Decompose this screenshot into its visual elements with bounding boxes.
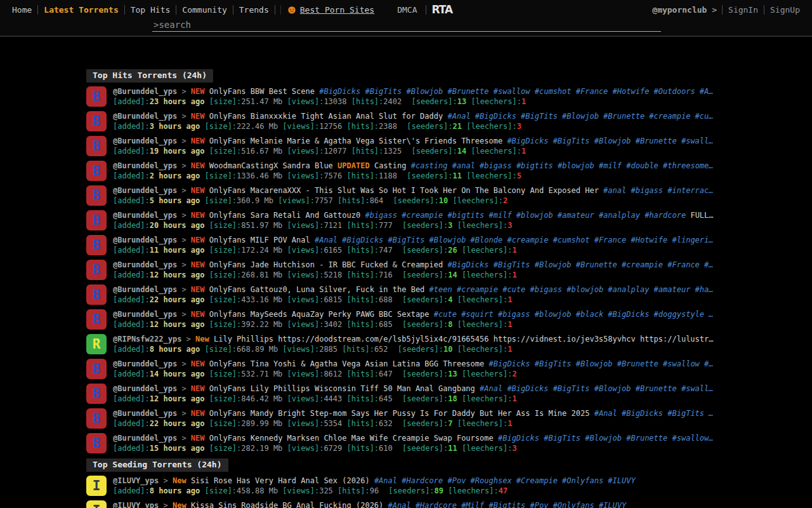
new-badge: NEW [191,260,205,269]
uploader-link[interactable]: @ILUVY_yps [113,501,159,508]
account-menu[interactable]: @mypornclub > [647,5,722,15]
torrent-title-link[interactable]: OnlyFans Jade Hutchison - IR BBC Fucked … [209,260,443,269]
hashtag-links[interactable]: #Anal #Hardcore #Pov #Roughsex #Creampie… [374,476,636,485]
torrent-title-link[interactable]: Onlyfans Sara Retali And Gattouz0 [209,211,360,220]
torrent-title-link[interactable]: OnlyFans Bianxxxkie Tight Asian Anal Slu… [209,112,443,121]
uploader-link[interactable]: @Burunddel_yps [113,310,177,319]
uploader-link[interactable]: @Burunddel_yps [113,409,177,418]
uploader-link[interactable]: @Burunddel_yps [113,384,177,393]
new-badge: NEW [191,112,205,121]
leechers-value: 1 [508,345,512,354]
leechers-label: [leechers]: [471,97,521,106]
torrent-title-link[interactable]: Casting [374,161,407,170]
hashtag-links[interactable]: #casting #anal #bigass #bigtits #blowjob… [411,161,714,170]
nav-item-community[interactable]: Community [176,5,232,15]
uploader-avatar[interactable]: B [86,185,107,206]
torrent-text: @Burunddel_yps > NEW OnlyFans Jade Hutch… [113,260,725,280]
hits-label: [hits]: [337,196,370,205]
nav-item-trends[interactable]: Trends [233,5,275,15]
uploader-avatar[interactable]: B [86,408,107,429]
torrent-title-line: @Burunddel_yps > NEW OnlyFans Kennedy Ma… [113,433,725,443]
uploader-avatar[interactable]: B [86,384,107,404]
leechers-label: [leechers]: [466,171,516,180]
hashtag-links[interactable]: #BigDicks #BigTits #Blowjob #Brunette #s… [507,137,713,145]
torrent-title-link[interactable]: OnlyFans Melanie Marie & Agatha Vega Sis… [209,137,502,145]
dmca-link[interactable]: DMCA [381,5,426,15]
leechers-value: 3 [508,221,512,230]
torrent-row: B@Burunddel_yps > NEW OnlyFans Bianxxxki… [86,111,812,131]
hashtag-links[interactable]: #Anal #BigDicks #BigTits #Blowjob #Blond… [315,236,714,244]
signup-button[interactable]: SignUp [764,5,806,15]
hashtag-links[interactable]: #Anal #BigDicks #BigTits #Blowjob #Brune… [480,384,713,393]
torrent-title-link[interactable]: WoodmanCastingX Sandra Blue [209,161,333,170]
uploader-link[interactable]: @ILUVY_yps [113,476,159,485]
hashtag-links[interactable]: #BigDicks #BigTits #Blowjob #Brunette #c… [447,260,713,269]
uploader-link[interactable]: @Burunddel_yps [113,161,177,170]
search-input[interactable] [152,19,661,32]
uploader-link[interactable]: @Burunddel_yps [113,236,177,244]
hashtag-links[interactable]: #bigass #creampie #bigtits #milf #blowjo… [365,211,686,220]
torrent-meta-line: [added]:12 hours ago [size]:268.81 Mb [v… [113,270,725,280]
uploader-avatar[interactable]: B [86,235,107,255]
uploader-avatar[interactable]: B [86,210,107,231]
uploader-link[interactable]: @Burunddel_yps [113,87,177,96]
signin-button[interactable]: SignIn [723,5,764,15]
uploader-link[interactable]: @Burunddel_yps [113,112,177,121]
hashtag-links[interactable]: #BigDicks #BigTits #Blowjob #Brunette #s… [498,434,714,443]
uploader-avatar[interactable]: B [86,433,107,453]
uploader-avatar[interactable]: B [86,86,107,107]
views-label: [views]: [287,271,324,279]
best-porn-sites-link[interactable]: Best Porn Sites [281,5,381,15]
torrent-title-link[interactable]: OnlyFans Mandy Bright Step-mom Says Her … [209,409,590,418]
nav-item-home[interactable]: Home [6,5,37,15]
torrent-title-link[interactable]: OnlyFans Tina Yoshi & Agatha Vega Asian … [209,359,484,368]
hashtag-links[interactable]: #cute #squirt #bigass #blowjob #black #B… [434,310,714,319]
uploader-link[interactable]: @Burunddel_yps [113,285,177,294]
uploader-avatar[interactable]: B [86,260,107,280]
hashtag-links[interactable]: #teen #creampie #cute #bigass #blowjob #… [429,285,714,294]
torrent-title-link[interactable]: OnlyFans Lily Phillips Wisconsin Tiff 50… [209,384,475,393]
hashtag-links[interactable]: #BigDicks #BigTits #Blowjob #Brunette #s… [489,359,714,368]
uploader-avatar[interactable]: B [86,359,107,379]
uploader-link[interactable]: @Burunddel_yps [113,359,177,368]
hashtag-links[interactable]: #Anal #BigDicks #BigTits … [594,409,714,418]
uploader-link[interactable]: @RIPNsfw222_yps [113,335,181,344]
torrent-title-link[interactable]: Onlyfans MaySeeds AquaZay Perky PAWG BBC… [209,310,429,319]
torrent-title-link[interactable]: OnlyFans MacarenaXXX - This Slut Was So … [209,186,599,195]
avatar-letter: B [93,412,101,425]
uploader-avatar[interactable]: B [86,136,107,156]
uploader-avatar[interactable]: R [86,334,107,354]
torrent-title-link[interactable]: Kissa Sins Roadside BG Anal Fucking (202… [191,501,383,508]
uploader-avatar[interactable]: B [86,309,107,330]
hashtag-links[interactable]: #anal #bigass #interrac… [603,186,713,195]
uploader-link[interactable]: @Burunddel_yps [113,434,177,443]
torrent-title-link[interactable]: Onlyfans MILF POV Anal [209,236,310,244]
uploader-link[interactable]: @Burunddel_yps [113,137,177,145]
uploader-avatar[interactable]: B [86,111,107,131]
torrent-title-link[interactable]: OnlyFans Kennedy Marksen Chloe Mae Wife … [209,434,494,443]
uploader-avatar[interactable]: I [86,500,107,508]
uploader-link[interactable]: @Burunddel_yps [113,211,177,220]
size-label: [size]: [209,295,242,304]
hashtag-links[interactable]: #BigDicks #BigTits #Blowjob #Brunette #s… [319,87,713,96]
nav-item-top-hits[interactable]: Top Hits [125,5,176,15]
torrent-title-link[interactable]: Lily Phillips https://doodstream.com/e/l… [214,335,713,344]
hashtag-links[interactable]: #Anal #BigDicks #BigTits #Blowjob #Brune… [447,112,713,121]
views-value: 6729 [324,444,342,453]
seeders-value: 11 [452,171,461,180]
uploader-link[interactable]: @Burunddel_yps [113,260,177,269]
uploader-link[interactable]: @Burunddel_yps [113,186,177,195]
torrent-meta-line: [added]:23 hours ago [size]:251.47 Mb [v… [113,97,725,107]
uploader-avatar[interactable]: B [86,161,107,181]
size-value: 289.99 Mb [241,419,282,428]
uploader-avatar[interactable]: I [86,476,107,496]
nav-item-latest-torrents[interactable]: Latest Torrents [38,5,124,15]
hashtag-links[interactable]: #Anal #Hardcore #Milf #Bigtits #Pov #Onl… [388,501,627,508]
avatar-letter: B [93,363,101,376]
torrent-row: B@Burunddel_yps > NEW OnlyFans BBW Best … [86,86,812,107]
torrent-title-link[interactable]: Sisi Rose Has Very Hard Anal Sex (2026) [191,476,370,485]
torrent-title-link[interactable]: OnlyFans Gattouz0, Luna Silver, Fuck in … [209,285,425,294]
torrent-meta-line: [added]:5 hours ago [size]:360.9 Mb [vie… [113,196,725,206]
torrent-title-link[interactable]: OnlyFans BBW Best Scene [209,87,315,96]
uploader-avatar[interactable]: B [86,284,107,305]
